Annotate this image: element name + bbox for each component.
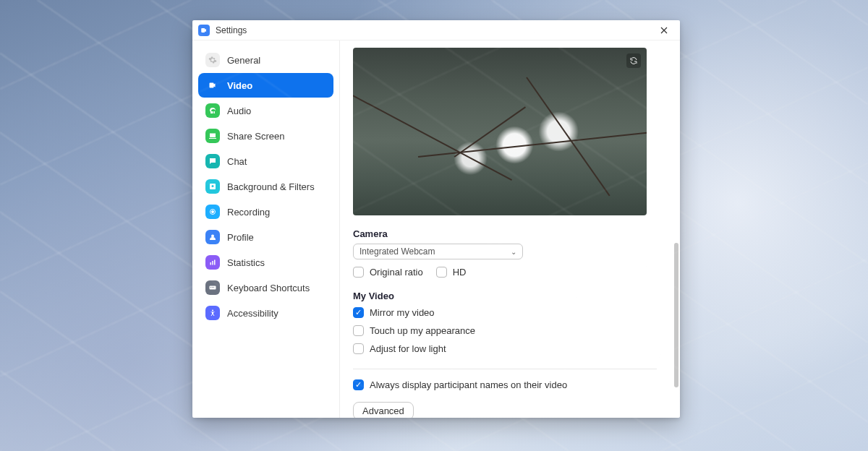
- headphones-icon: [205, 103, 220, 118]
- rotate-preview-icon[interactable]: [626, 53, 641, 68]
- sidebar-item-accessibility[interactable]: Accessibility: [198, 301, 333, 325]
- app-icon: [198, 25, 210, 36]
- scrollbar-thumb[interactable]: [674, 243, 678, 387]
- svg-rect-5: [210, 262, 212, 265]
- keyboard-icon: [205, 280, 220, 295]
- svg-rect-6: [212, 261, 213, 265]
- stats-icon: [205, 255, 220, 270]
- sidebar-item-background-filters[interactable]: Background & Filters: [198, 174, 333, 199]
- gear-icon: [205, 53, 220, 67]
- sidebar-item-statistics[interactable]: Statistics: [198, 250, 333, 275]
- content-panel: Camera Integrated Webcam ⌄ Original rati…: [340, 40, 680, 418]
- sidebar-item-keyboard-shortcuts[interactable]: Keyboard Shortcuts: [198, 275, 333, 300]
- checkbox-box: [353, 325, 364, 336]
- checkbox-box: [353, 267, 364, 278]
- sidebar-item-label: Background & Filters: [227, 181, 315, 192]
- checkbox-label: Adjust for low light: [370, 343, 446, 354]
- settings-window: Settings General Video: [192, 20, 680, 418]
- sidebar-item-label: Chat: [227, 156, 247, 167]
- accessibility-icon: [205, 306, 220, 320]
- sidebar-item-label: Share Screen: [227, 131, 285, 142]
- sidebar-item-share-screen[interactable]: Share Screen: [198, 124, 333, 148]
- advanced-button[interactable]: Advanced: [353, 402, 414, 418]
- window-title: Settings: [216, 25, 247, 35]
- checkbox-box: [436, 267, 447, 278]
- titlebar: Settings: [192, 20, 680, 40]
- sidebar-item-video[interactable]: Video: [198, 73, 333, 98]
- svg-point-1: [212, 185, 214, 187]
- svg-rect-10: [212, 287, 213, 288]
- video-icon: [205, 78, 220, 93]
- checkbox-label: Touch up my appearance: [370, 325, 475, 336]
- checkbox-box: [353, 307, 364, 318]
- checkbox-box: [353, 379, 364, 390]
- chat-icon: [205, 154, 220, 168]
- checkbox-hd[interactable]: HD: [436, 267, 467, 278]
- sidebar-item-chat[interactable]: Chat: [198, 149, 333, 173]
- share-screen-icon: [205, 129, 220, 143]
- sidebar-item-label: Video: [227, 80, 252, 91]
- camera-section-label: Camera: [353, 228, 665, 239]
- sidebar: General Video Audio: [192, 40, 340, 418]
- background-icon: [205, 179, 220, 194]
- sidebar-item-label: Audio: [227, 106, 251, 116]
- sidebar-item-label: Recording: [227, 207, 270, 218]
- checkbox-label: HD: [453, 267, 467, 278]
- checkbox-display-names[interactable]: Always display participant names on thei…: [353, 379, 665, 390]
- svg-point-3: [212, 211, 214, 213]
- checkbox-box: [353, 343, 364, 354]
- sidebar-item-general[interactable]: General: [198, 48, 333, 72]
- svg-rect-11: [213, 287, 214, 288]
- checkbox-label: Mirror my video: [370, 307, 435, 318]
- desktop-background: Settings General Video: [0, 0, 868, 451]
- divider: [353, 369, 657, 369]
- camera-select[interactable]: Integrated Webcam ⌄: [353, 244, 523, 259]
- sidebar-item-label: Profile: [227, 232, 254, 243]
- camera-selected-value: Integrated Webcam: [359, 246, 435, 257]
- close-button[interactable]: [652, 22, 676, 39]
- checkbox-original-ratio[interactable]: Original ratio: [353, 267, 423, 278]
- sidebar-item-label: Accessibility: [227, 308, 278, 319]
- sidebar-item-recording[interactable]: Recording: [198, 199, 333, 224]
- sidebar-item-label: General: [227, 55, 260, 66]
- sidebar-item-label: Statistics: [227, 257, 265, 268]
- svg-point-12: [212, 310, 213, 312]
- checkbox-label: Always display participant names on thei…: [370, 379, 567, 390]
- camera-preview: [353, 48, 647, 215]
- record-icon: [205, 205, 220, 219]
- profile-icon: [205, 230, 220, 244]
- sidebar-item-label: Keyboard Shortcuts: [227, 283, 310, 293]
- svg-rect-9: [210, 287, 211, 288]
- svg-rect-7: [214, 260, 216, 265]
- chevron-down-icon: ⌄: [511, 248, 516, 256]
- sidebar-item-audio[interactable]: Audio: [198, 98, 333, 123]
- checkbox-touch-up[interactable]: Touch up my appearance: [353, 325, 665, 336]
- checkbox-low-light[interactable]: Adjust for low light: [353, 343, 665, 354]
- sidebar-item-profile[interactable]: Profile: [198, 225, 333, 249]
- svg-point-4: [211, 235, 214, 238]
- my-video-section-label: My Video: [353, 291, 665, 301]
- checkbox-label: Original ratio: [370, 267, 423, 278]
- checkbox-mirror-video[interactable]: Mirror my video: [353, 307, 665, 318]
